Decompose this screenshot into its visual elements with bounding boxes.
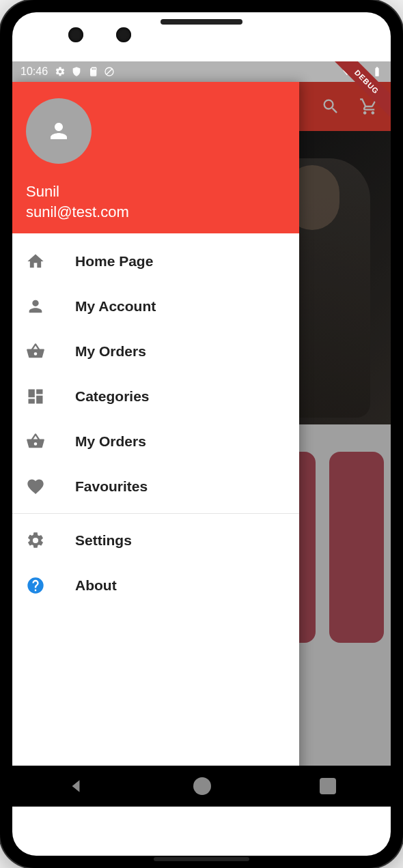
drawer-item-about[interactable]: About: [12, 563, 299, 608]
phone-camera-right: [116, 27, 131, 42]
phone-frame: 10:46 DEBUG: [0, 0, 403, 868]
user-name: Sunil: [26, 183, 286, 201]
gear-icon: [26, 531, 45, 550]
drawer-item-label: About: [75, 577, 117, 594]
home-icon: [26, 252, 45, 271]
drawer-item-account[interactable]: My Account: [12, 284, 299, 329]
phone-camera-left: [68, 27, 83, 42]
person-icon: [26, 297, 45, 316]
help-icon: [26, 576, 45, 595]
phone-speaker-bottom: [154, 857, 249, 861]
drawer-list: Home Page My Account My Orders Categorie…: [12, 233, 299, 807]
status-icons-left: [55, 66, 115, 77]
sd-icon: [87, 66, 98, 77]
gear-icon: [55, 66, 66, 77]
android-nav-bar: [12, 766, 391, 807]
dashboard-icon: [26, 387, 45, 406]
phone-speaker-top: [161, 19, 242, 25]
phone-inner: 10:46 DEBUG: [12, 12, 391, 856]
drawer-item-label: My Account: [75, 298, 156, 315]
drawer-item-label: Settings: [75, 532, 132, 549]
screen: 10:46 DEBUG: [12, 61, 391, 807]
basket-icon: [26, 342, 45, 361]
drawer-divider: [12, 513, 299, 514]
drawer-item-label: My Orders: [75, 343, 146, 360]
nav-recents-button[interactable]: [320, 778, 336, 794]
nav-back-button[interactable]: [67, 777, 85, 795]
status-time: 10:46: [20, 66, 48, 78]
drawer-item-orders[interactable]: My Orders: [12, 329, 299, 374]
drawer-item-label: My Orders: [75, 433, 146, 450]
drawer-item-label: Favourites: [75, 478, 148, 495]
drawer-item-favourites[interactable]: Favourites: [12, 464, 299, 509]
drawer-item-home[interactable]: Home Page: [12, 239, 299, 284]
drawer-item-categories[interactable]: Categories: [12, 374, 299, 419]
navigation-drawer: Sunil sunil@test.com Home Page My Accoun…: [12, 82, 299, 807]
drawer-header: Sunil sunil@test.com: [12, 82, 299, 233]
basket-icon: [26, 432, 45, 451]
drawer-item-settings[interactable]: Settings: [12, 518, 299, 563]
debug-banner-label: DEBUG: [330, 61, 391, 119]
avatar[interactable]: [26, 98, 92, 164]
user-email: sunil@test.com: [26, 203, 286, 221]
drawer-item-label: Home Page: [75, 253, 153, 270]
heart-icon: [26, 477, 45, 496]
drawer-item-orders-2[interactable]: My Orders: [12, 419, 299, 464]
svg-line-1: [107, 69, 112, 74]
drawer-item-label: Categories: [75, 388, 150, 405]
nav-home-button[interactable]: [193, 777, 211, 795]
shield-icon: [71, 66, 82, 77]
no-icon: [104, 66, 115, 77]
person-icon: [46, 119, 71, 143]
debug-banner: DEBUG: [329, 61, 391, 123]
